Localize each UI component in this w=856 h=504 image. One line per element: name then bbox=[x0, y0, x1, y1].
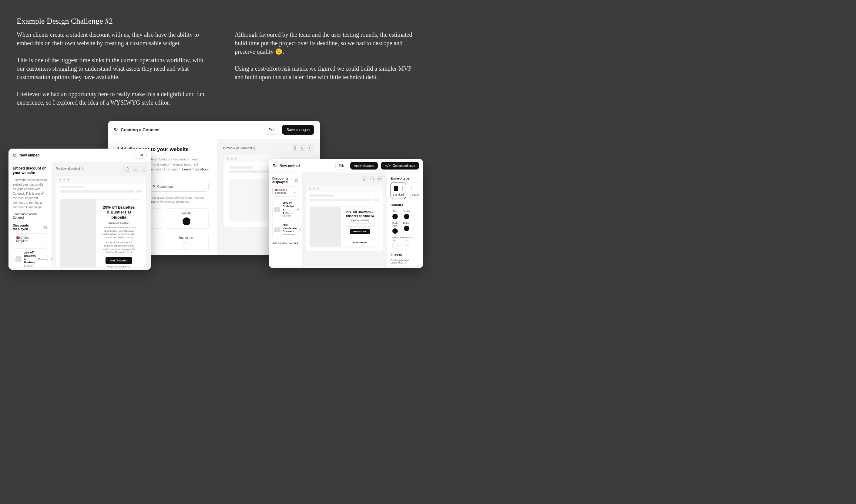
learn-more-link[interactable]: Learn more about Connect bbox=[13, 213, 47, 219]
svg-rect-12 bbox=[379, 178, 381, 180]
colour-button-text[interactable]: Button Text bbox=[391, 236, 400, 248]
preview-label: Preview of embed bbox=[56, 167, 80, 170]
chevron-down-icon: ⌄ bbox=[293, 190, 296, 193]
discount-thumb bbox=[274, 207, 280, 212]
widget-desc: (This section will include a short descr… bbox=[101, 226, 137, 239]
get-code-button[interactable]: </> Get embed code bbox=[381, 162, 419, 169]
tag-icon bbox=[114, 128, 118, 132]
colour-button[interactable]: Button bbox=[402, 222, 411, 234]
chevron-down-icon: ⌄ bbox=[41, 238, 44, 241]
widget-image bbox=[61, 200, 96, 268]
page-title: Example Design Challenge #2 bbox=[17, 17, 113, 26]
add-discount-link[interactable]: Add another discount bbox=[272, 242, 298, 245]
left-panel: Embed discount on your website Follow th… bbox=[8, 162, 52, 268]
svg-rect-6 bbox=[127, 168, 128, 170]
svg-point-9 bbox=[274, 165, 274, 165]
browser-frame: 20% off Bralettes & Bustiers at blubella… bbox=[56, 176, 147, 268]
widget-subtitle: (Optional Subtitle) bbox=[108, 222, 129, 224]
embed-type-button[interactable]: Button bbox=[409, 183, 422, 199]
sliders-icon: ⚙︎ bbox=[152, 184, 155, 188]
tag-icon bbox=[13, 153, 17, 157]
discounts-panel: Discounts displayed (2) 🇬🇧 United Kingdo… bbox=[269, 173, 302, 266]
apply-button[interactable]: Apply changes bbox=[350, 162, 378, 169]
device-fullwidth[interactable] bbox=[307, 145, 314, 151]
widget-title: 20% off Bralettes & Bustiers at blubella bbox=[101, 205, 137, 220]
swatch-button-text[interactable]: Button text bbox=[164, 233, 209, 253]
sidebar-heading: Embed discount on your website bbox=[13, 166, 47, 175]
preview-area: Preview of embed ⓘ bbox=[52, 162, 151, 268]
device-fullwidth[interactable] bbox=[140, 166, 147, 172]
exit-button[interactable]: Exit bbox=[264, 125, 279, 134]
preview-area: 20% off Bralettes & Bustiers at blubella… bbox=[302, 173, 387, 266]
section-discounts: Discounts displayed (2) bbox=[13, 223, 47, 231]
discount-item[interactable]: 20% Healthcare DiscountHealthcare ✕ bbox=[272, 222, 298, 238]
widget-image bbox=[310, 207, 341, 247]
widget-cta[interactable]: Get Discount bbox=[106, 257, 132, 264]
controls-panel: Embed type Standard Button Colours Title… bbox=[387, 173, 423, 266]
svg-rect-11 bbox=[371, 178, 374, 180]
country-dropdown[interactable]: 🇬🇧 United Kingdom⌄ bbox=[13, 233, 47, 245]
svg-rect-7 bbox=[134, 168, 137, 170]
para-right-2: Using a cost/effort/risk matrix we figur… bbox=[235, 64, 414, 81]
para-left-3: I believed we had an opportunity here to… bbox=[17, 90, 211, 107]
widget-brand: StudentBeans bbox=[353, 241, 367, 244]
section-discounts: Discounts displayed (2) bbox=[272, 177, 298, 184]
window-title: New embed bbox=[280, 164, 300, 168]
colour-subtitle[interactable]: Subtitle bbox=[402, 210, 411, 219]
widget-terms[interactable]: Terms & Conditions bbox=[107, 266, 130, 268]
para-left-2: This is one of the biggest time sinks in… bbox=[17, 56, 211, 81]
device-desktop[interactable] bbox=[132, 166, 139, 172]
widget-title: 20% off Bralettes & Bustiers at blubella bbox=[344, 211, 375, 218]
device-mobile[interactable] bbox=[124, 166, 131, 172]
discount-count: (2) bbox=[295, 178, 298, 182]
svg-rect-8 bbox=[142, 168, 145, 170]
svg-rect-2 bbox=[302, 147, 304, 149]
section-embed-type: Embed type bbox=[391, 177, 420, 180]
embed-type-standard[interactable]: Standard bbox=[391, 183, 406, 199]
tag-icon bbox=[273, 164, 277, 168]
section-images: Images bbox=[391, 253, 420, 256]
exit-button[interactable]: Exit bbox=[335, 162, 347, 169]
code-icon: </> bbox=[385, 164, 391, 168]
window-title: New embed bbox=[19, 153, 40, 157]
widget-subtitle: (Optional Subtitle) bbox=[351, 219, 369, 221]
device-desktop[interactable] bbox=[369, 177, 375, 182]
device-fullwidth[interactable] bbox=[377, 177, 383, 182]
svg-rect-1 bbox=[295, 147, 296, 149]
discount-item[interactable]: 20% off Bralettes & Busti…Student ✕ bbox=[272, 200, 298, 219]
colour-body[interactable]: Body Text bbox=[391, 222, 400, 234]
para-right-1: Although favoured by the team and the us… bbox=[235, 30, 414, 56]
preview-label: Preview of Connect bbox=[223, 146, 252, 150]
remove-icon[interactable]: ✕ bbox=[297, 208, 299, 211]
widget-cta[interactable]: Get Discount bbox=[350, 229, 370, 234]
exit-button[interactable]: Exit bbox=[134, 151, 147, 159]
svg-rect-10 bbox=[363, 178, 365, 181]
window-new-embed-left: New embed Exit Embed discount on your we… bbox=[8, 149, 151, 270]
swatch-subtitle[interactable]: Subtitle bbox=[164, 208, 209, 229]
window-new-embed-right: New embed Exit Apply changes </> Get emb… bbox=[269, 159, 423, 268]
copy-left: When clients create a student discount w… bbox=[17, 30, 211, 107]
window-title: Creating a Connect bbox=[121, 127, 160, 132]
device-mobile[interactable] bbox=[361, 177, 368, 182]
para-left-1: When clients create a student discount w… bbox=[17, 30, 211, 47]
save-button[interactable]: Save changes bbox=[282, 125, 314, 134]
discount-thumb bbox=[274, 228, 280, 232]
info-icon: ⓘ bbox=[253, 146, 256, 150]
svg-rect-4 bbox=[309, 147, 312, 149]
discount-thumb bbox=[16, 256, 21, 262]
info-icon: ⓘ bbox=[81, 167, 84, 170]
widget-desc-2: For instant access to this discount, sim… bbox=[101, 241, 137, 254]
device-desktop[interactable] bbox=[300, 145, 306, 151]
discount-item[interactable]: 20% off Bralettes & BustiersStudent Runn… bbox=[13, 248, 47, 268]
discount-count: (2) bbox=[43, 225, 47, 229]
copy-right: Although favoured by the team and the us… bbox=[235, 30, 414, 81]
country-dropdown[interactable]: 🇬🇧 United Kingdom⌄ bbox=[272, 186, 298, 197]
svg-point-0 bbox=[115, 129, 115, 129]
section-colours: Colours bbox=[391, 203, 420, 207]
remove-icon[interactable]: ✕ bbox=[299, 228, 301, 232]
device-mobile[interactable] bbox=[292, 145, 298, 151]
sidebar-copy: Follow the steps below to embed your dis… bbox=[13, 178, 47, 210]
colour-background[interactable]: Background bbox=[402, 236, 411, 248]
colour-title[interactable]: Title bbox=[391, 210, 400, 219]
browser-frame: 20% off Bralettes & Bustiers at blubella… bbox=[306, 185, 383, 251]
